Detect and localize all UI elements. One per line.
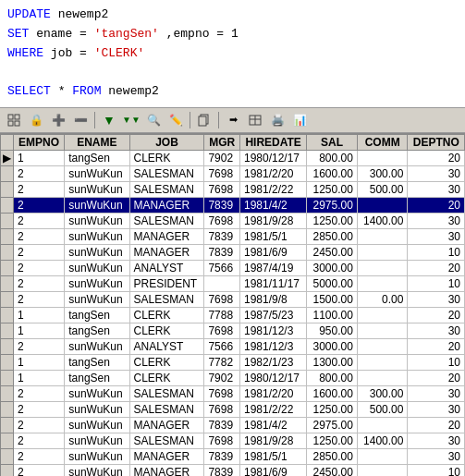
- add-button[interactable]: ➕: [48, 110, 68, 130]
- table-row[interactable]: 2sunWuKunPRESIDENT1981/11/175000.0010: [1, 275, 465, 291]
- table-cell: 7698: [204, 291, 240, 307]
- table-cell: MANAGER: [129, 228, 204, 244]
- table-cell: 20: [408, 197, 465, 213]
- table-cell: 20: [408, 307, 465, 323]
- remove-button[interactable]: ➖: [70, 110, 91, 130]
- sql-ename-value: 'tangSen': [94, 27, 159, 41]
- table-cell: sunWuKun: [65, 417, 129, 433]
- table-cell: [357, 323, 408, 338]
- col-empno[interactable]: EMPNO: [14, 134, 65, 150]
- svg-rect-3: [15, 121, 19, 126]
- edit-button[interactable]: ✏️: [165, 110, 186, 130]
- table-cell: 1: [14, 370, 65, 385]
- table-button[interactable]: [245, 110, 265, 130]
- sql-editor: UPDATE newemp2 SET ename = 'tangSen' ,em…: [0, 0, 465, 107]
- table-cell: 2450.00: [307, 244, 358, 260]
- table-row[interactable]: 2sunWuKunSALESMAN76981981/9/281250.00140…: [1, 213, 465, 228]
- table-row[interactable]: 1tangSenCLERK77881987/5/231100.0020: [1, 307, 465, 323]
- row-indicator-cell: ▶: [1, 150, 14, 165]
- table-cell: sunWuKun: [65, 228, 129, 244]
- table-cell: [357, 260, 408, 275]
- table-header-row: EMPNO ENAME JOB MGR HIREDATE SAL COMM DE…: [1, 134, 465, 150]
- table-row[interactable]: 1tangSenCLERK77821982/1/231300.0010: [1, 354, 465, 370]
- table-cell: 1: [14, 307, 65, 323]
- table-row[interactable]: 2sunWuKunSALESMAN76981981/2/221250.00500…: [1, 401, 465, 417]
- table-cell: 2: [14, 433, 65, 448]
- table-cell: 2: [14, 291, 65, 307]
- table-row[interactable]: 2sunWuKunMANAGER78391981/6/92450.0010: [1, 464, 465, 476]
- row-indicator-cell: [1, 464, 14, 476]
- table-row[interactable]: 1tangSenCLERK79021980/12/17800.0020: [1, 370, 465, 385]
- sql-from-keyword: FROM: [72, 84, 101, 98]
- table-cell: 10: [408, 275, 465, 291]
- table-cell: sunWuKun: [65, 181, 129, 197]
- table-cell: tangSen: [65, 323, 129, 338]
- table-row[interactable]: ▶1tangSenCLERK79021980/12/17800.0020: [1, 150, 465, 165]
- table-cell: 1987/4/19: [239, 260, 306, 275]
- sql-blank: [7, 63, 458, 82]
- row-indicator-cell: [1, 307, 14, 323]
- table-row[interactable]: 2sunWuKunSALESMAN76981981/9/81500.000.00…: [1, 291, 465, 307]
- table-cell: 1981/2/20: [239, 165, 306, 181]
- col-job[interactable]: JOB: [129, 134, 204, 150]
- table-row[interactable]: 2sunWuKunANALYST75661987/4/193000.0020: [1, 260, 465, 275]
- table-row[interactable]: 2sunWuKunSALESMAN76981981/2/201600.00300…: [1, 165, 465, 181]
- table-row[interactable]: 1tangSenCLERK76981981/12/3950.0030: [1, 323, 465, 338]
- row-indicator-cell: [1, 291, 14, 307]
- svg-rect-5: [199, 116, 206, 126]
- table-cell: 1981/2/22: [239, 401, 306, 417]
- table-cell: 30: [408, 291, 465, 307]
- toolbar-separator-3: [218, 112, 219, 128]
- svg-rect-0: [8, 115, 13, 119]
- table-row[interactable]: 2sunWuKunMANAGER78391981/5/12850.0030: [1, 228, 465, 244]
- table-cell: [357, 197, 408, 213]
- table-row[interactable]: 2sunWuKunMANAGER78391981/4/22975.0020: [1, 417, 465, 433]
- col-comm[interactable]: COMM: [357, 134, 408, 150]
- print-button[interactable]: 🖨️: [267, 110, 288, 130]
- data-table-container[interactable]: EMPNO ENAME JOB MGR HIREDATE SAL COMM DE…: [0, 133, 465, 476]
- sql-set-expr: ename =: [36, 27, 93, 41]
- data-table: EMPNO ENAME JOB MGR HIREDATE SAL COMM DE…: [0, 134, 465, 476]
- table-row[interactable]: 2sunWuKunMANAGER78391981/5/12850.0030: [1, 448, 465, 464]
- row-indicator-cell: [1, 370, 14, 385]
- table-cell: 2975.00: [307, 197, 358, 213]
- table-row[interactable]: 2sunWuKunSALESMAN76981981/2/201600.00300…: [1, 385, 465, 401]
- col-ename[interactable]: ENAME: [65, 134, 129, 150]
- row-indicator-cell: [1, 260, 14, 275]
- table-cell: 1980/12/17: [239, 370, 306, 385]
- table-row[interactable]: 2sunWuKunSALESMAN76981981/9/281250.00140…: [1, 433, 465, 448]
- table-cell: 30: [408, 228, 465, 244]
- col-mgr[interactable]: MGR: [204, 134, 240, 150]
- toolbar-separator-2: [190, 112, 190, 128]
- chart-button[interactable]: 📊: [289, 110, 310, 130]
- export-button[interactable]: ➡: [223, 110, 243, 130]
- col-sal[interactable]: SAL: [307, 134, 358, 150]
- sql-from-table: newemp2: [108, 84, 159, 98]
- table-row[interactable]: 2sunWuKunMANAGER78391981/4/22975.0020: [1, 197, 465, 213]
- table-cell: CLERK: [129, 370, 204, 385]
- row-indicator-cell: [1, 323, 14, 338]
- table-row[interactable]: 2sunWuKunSALESMAN76981981/2/221250.00500…: [1, 181, 465, 197]
- row-indicator-cell: [1, 401, 14, 417]
- sql-where-keyword: WHERE: [7, 46, 43, 60]
- search-button[interactable]: 🔍: [143, 110, 164, 130]
- table-cell: 1981/5/1: [239, 448, 306, 464]
- table-cell: CLERK: [129, 307, 204, 323]
- table-cell: 1400.00: [357, 213, 408, 228]
- table-cell: sunWuKun: [65, 401, 129, 417]
- table-row[interactable]: 2sunWuKunANALYST75661981/12/33000.0020: [1, 338, 465, 354]
- copy-button[interactable]: [194, 110, 214, 130]
- filter2-button[interactable]: ▼▼: [121, 110, 141, 130]
- table-cell: 2: [14, 213, 65, 228]
- table-cell: 7698: [204, 433, 240, 448]
- col-deptno[interactable]: DEPTNO: [408, 134, 465, 150]
- table-cell: 7566: [204, 260, 240, 275]
- grid-button[interactable]: [4, 110, 24, 130]
- row-indicator-cell: [1, 433, 14, 448]
- table-row[interactable]: 2sunWuKunMANAGER78391981/6/92450.0010: [1, 244, 465, 260]
- filter-button[interactable]: ▼: [99, 110, 119, 130]
- lock-button[interactable]: 🔒: [26, 110, 46, 130]
- table-cell: 1980/12/17: [239, 150, 306, 165]
- col-hiredate[interactable]: HIREDATE: [239, 134, 306, 150]
- table-cell: 1981/2/22: [239, 181, 306, 197]
